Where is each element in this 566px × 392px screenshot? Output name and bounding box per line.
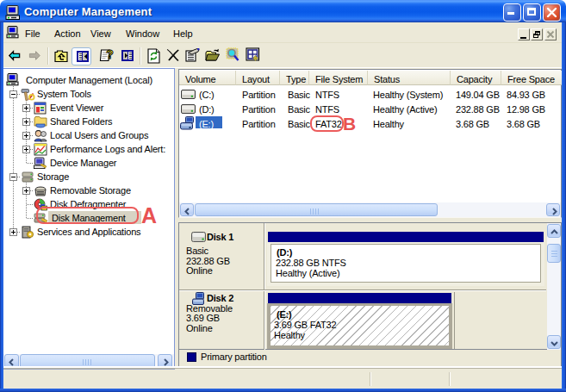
svg-text:?: ?: [106, 47, 114, 61]
